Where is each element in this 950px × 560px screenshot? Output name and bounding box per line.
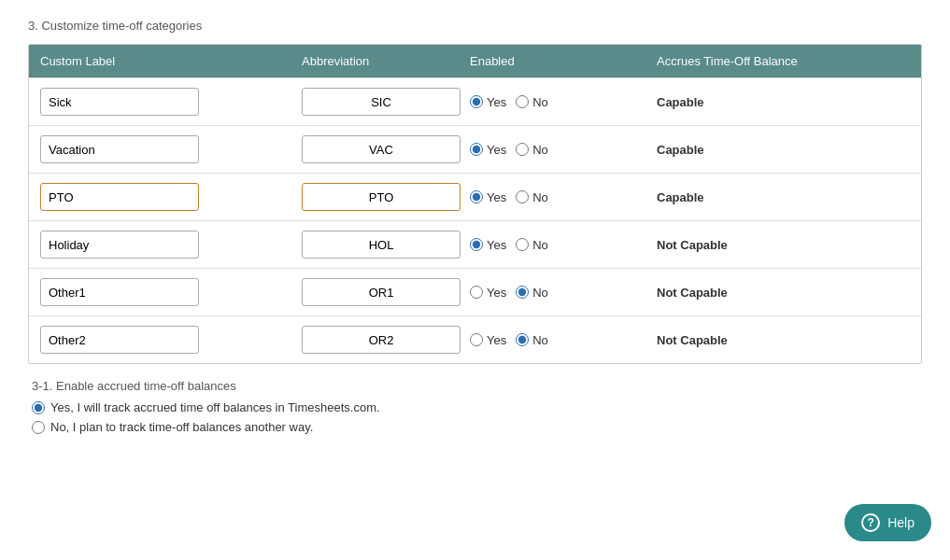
radio-no-0[interactable]	[516, 95, 529, 108]
capable-text-1: Capable	[657, 143, 704, 157]
abbrev-input-2[interactable]	[302, 183, 461, 211]
cell-capable-3: Not Capable	[657, 238, 910, 252]
cell-label-1	[40, 135, 302, 163]
radio-yes-4[interactable]	[470, 286, 483, 299]
abbrev-input-5[interactable]	[302, 326, 461, 354]
radio-group-5: Yes No	[470, 333, 548, 347]
radio-no-label-0[interactable]: No	[516, 95, 548, 109]
capable-text-2: Capable	[657, 190, 704, 204]
accrued-radio-yes[interactable]	[32, 401, 45, 414]
cell-enabled-3: Yes No	[470, 238, 657, 252]
radio-no-label-2[interactable]: No	[516, 190, 548, 204]
sub-section-title: 3-1. Enable accrued time-off balances	[32, 379, 918, 393]
radio-yes-label-3[interactable]: Yes	[470, 238, 506, 252]
sub-section: 3-1. Enable accrued time-off balances Ye…	[28, 379, 922, 434]
section-title: 3. Customize time-off categories	[28, 19, 922, 33]
abbrev-input-0[interactable]	[302, 88, 461, 116]
table-row: Yes No Capable	[29, 125, 921, 173]
accrued-no-label: No, I plan to track time-off balances an…	[50, 420, 313, 434]
time-off-table: Custom Label Abbreviation Enabled Accrue…	[28, 44, 922, 364]
label-input-5[interactable]	[40, 326, 199, 354]
label-input-4[interactable]	[40, 278, 199, 306]
capable-text-4: Not Capable	[657, 286, 728, 300]
radio-no-label-1[interactable]: No	[516, 143, 548, 157]
radio-no-label-3[interactable]: No	[516, 238, 548, 252]
accrued-radio-no[interactable]	[32, 421, 45, 434]
table-row: Yes No Not Capable	[29, 220, 921, 268]
capable-text-3: Not Capable	[657, 238, 728, 252]
label-input-1[interactable]	[40, 135, 199, 163]
cell-capable-1: Capable	[657, 143, 910, 157]
table-row: Yes No Capable	[29, 173, 921, 220]
cell-abbrev-2	[302, 183, 470, 211]
abbrev-input-1[interactable]	[302, 135, 461, 163]
radio-group-2: Yes No	[470, 190, 548, 204]
radio-no-4[interactable]	[516, 286, 529, 299]
sub-option-no: No, I plan to track time-off balances an…	[32, 420, 918, 434]
cell-enabled-5: Yes No	[470, 333, 657, 347]
radio-yes-label-5[interactable]: Yes	[470, 333, 506, 347]
sub-option-yes: Yes, I will track accrued time off balan…	[32, 400, 918, 414]
radio-no-label-5[interactable]: No	[516, 333, 548, 347]
radio-no-label-4[interactable]: No	[516, 286, 548, 300]
radio-no-2[interactable]	[516, 190, 529, 203]
help-icon: ?	[861, 513, 880, 532]
radio-group-3: Yes No	[470, 238, 548, 252]
cell-label-2	[40, 183, 302, 211]
capable-text-5: Not Capable	[657, 333, 728, 347]
cell-capable-2: Capable	[657, 190, 910, 204]
radio-yes-1[interactable]	[470, 143, 483, 156]
radio-yes-2[interactable]	[470, 190, 483, 203]
cell-enabled-4: Yes No	[470, 286, 657, 300]
label-input-0[interactable]	[40, 88, 199, 116]
cell-capable-0: Capable	[657, 95, 910, 109]
label-input-2[interactable]	[40, 183, 199, 211]
cell-capable-4: Not Capable	[657, 286, 910, 300]
abbrev-input-4[interactable]	[302, 278, 461, 306]
radio-yes-3[interactable]	[470, 238, 483, 251]
capable-text-0: Capable	[657, 95, 704, 109]
table-row: Yes No Not Capable	[29, 315, 921, 363]
table-header: Custom Label Abbreviation Enabled Accrue…	[29, 45, 921, 77]
cell-abbrev-5	[302, 326, 470, 354]
page-container: 3. Customize time-off categories Custom …	[0, 0, 950, 560]
abbrev-input-3[interactable]	[302, 231, 461, 259]
radio-yes-label-2[interactable]: Yes	[470, 190, 506, 204]
help-button[interactable]: ? Help	[844, 504, 931, 541]
help-button-label: Help	[887, 515, 915, 530]
radio-yes-label-1[interactable]: Yes	[470, 143, 506, 157]
radio-no-5[interactable]	[516, 333, 529, 346]
radio-yes-5[interactable]	[470, 333, 483, 346]
cell-label-4	[40, 278, 302, 306]
radio-no-3[interactable]	[516, 238, 529, 251]
radio-group-4: Yes No	[470, 286, 548, 300]
radio-yes-0[interactable]	[470, 95, 483, 108]
cell-abbrev-3	[302, 231, 470, 259]
table-row: Yes No Capable	[29, 77, 921, 125]
radio-group-0: Yes No	[470, 95, 548, 109]
header-abbreviation: Abbreviation	[302, 54, 470, 68]
table-row: Yes No Not Capable	[29, 268, 921, 315]
cell-abbrev-1	[302, 135, 470, 163]
cell-enabled-2: Yes No	[470, 190, 657, 204]
header-accrues: Accrues Time-Off Balance	[657, 54, 910, 68]
cell-label-0	[40, 88, 302, 116]
label-input-3[interactable]	[40, 231, 199, 259]
cell-capable-5: Not Capable	[657, 333, 910, 347]
cell-label-5	[40, 326, 302, 354]
accrued-yes-label: Yes, I will track accrued time off balan…	[50, 400, 380, 414]
header-enabled: Enabled	[470, 54, 657, 68]
cell-abbrev-0	[302, 88, 470, 116]
radio-no-1[interactable]	[516, 143, 529, 156]
radio-yes-label-0[interactable]: Yes	[470, 95, 506, 109]
radio-yes-label-4[interactable]: Yes	[470, 286, 506, 300]
cell-enabled-1: Yes No	[470, 143, 657, 157]
radio-group-1: Yes No	[470, 143, 548, 157]
cell-enabled-0: Yes No	[470, 95, 657, 109]
cell-abbrev-4	[302, 278, 470, 306]
header-custom-label: Custom Label	[40, 54, 302, 68]
cell-label-3	[40, 231, 302, 259]
